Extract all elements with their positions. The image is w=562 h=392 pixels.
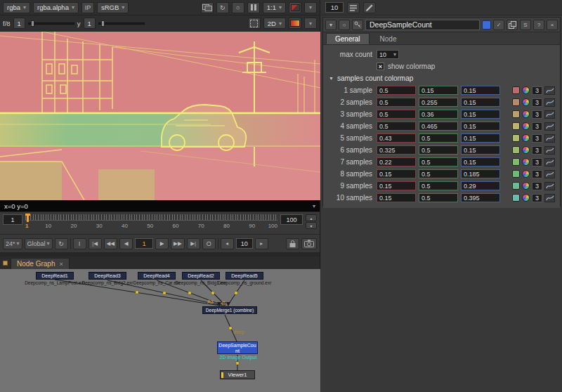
edit-mode-button[interactable] [363,2,376,13]
zoom-dropdown[interactable]: 1:1 ▾ [263,2,286,13]
b-field[interactable]: 0.15 [461,145,500,155]
gamma-field[interactable]: 1 [84,18,96,29]
node-deepread4[interactable]: DeepRead4 [138,272,176,280]
animation-menu-button[interactable] [544,170,555,178]
panel-menu-button[interactable]: ▾ [325,20,336,30]
channel-count-field[interactable]: 3 [532,134,542,143]
r-field[interactable]: 0.15 [377,169,416,178]
animation-menu-button[interactable] [544,110,555,119]
color-swatch[interactable] [512,194,520,202]
goto-end-button[interactable]: ▶| [187,238,200,249]
color-wheel-icon[interactable] [522,146,530,154]
r-field[interactable]: 0.5 [377,98,416,107]
prev-frame-button[interactable]: ◀ [119,238,133,249]
r-field[interactable]: 0.5 [377,122,416,131]
channel-count-field[interactable]: 3 [532,170,542,178]
g-field[interactable]: 0.36 [419,110,458,119]
playhead[interactable] [27,214,29,222]
loop-mode-button[interactable]: ↻ [55,238,68,249]
proxy-toggle-icon[interactable]: ○ [232,2,244,13]
b-field[interactable]: 0.15 [461,86,500,95]
r-field[interactable]: 0.5 [377,110,416,119]
color-swatch[interactable] [512,98,520,106]
animation-menu-button[interactable] [544,182,555,190]
pane-menu-grip[interactable] [3,261,8,266]
playback-range-field[interactable]: 10 [236,238,253,249]
range-step-left-button[interactable]: ◂ [221,238,234,249]
g-field[interactable]: 0.255 [419,98,458,107]
color-wheel-icon[interactable] [522,158,530,166]
channel-count-field[interactable]: 3 [532,146,542,155]
next-keyframe-button[interactable]: ▶▶ [171,238,185,249]
channel-count-field[interactable]: 3 [532,158,542,166]
channel-count-field[interactable]: 3 [532,194,542,202]
node-deepread1[interactable]: DeepRead1 [36,272,74,280]
colormap-group-header[interactable]: ▼ samples count colormap [326,72,557,84]
monitor-output-icon[interactable] [201,2,214,13]
view-mode-dropdown[interactable]: 2D ▾ [263,18,286,29]
channel-count-field[interactable]: 3 [532,86,542,95]
flipbook-button[interactable] [301,238,317,249]
toolbar-menu-button[interactable]: ▾ [304,18,317,29]
r-field[interactable]: 0.325 [377,145,416,155]
refresh-icon[interactable]: ↻ [216,2,229,13]
g-field[interactable]: 0.465 [419,122,458,131]
node-deepmerge1[interactable]: DeepMerge1 (combine) [202,306,257,314]
color-wheel-icon[interactable] [522,170,530,178]
animation-menu-button[interactable] [544,86,555,95]
node-deepread3[interactable]: DeepRead3 [89,272,126,280]
lut-button[interactable] [289,18,301,29]
color-wheel-icon[interactable] [522,122,530,130]
gamma-slider[interactable] [98,22,145,25]
r-field[interactable]: 0.43 [377,133,416,143]
g-field[interactable]: 0.15 [419,86,458,95]
gain-slider[interactable] [28,22,74,25]
input-process-button[interactable]: IP [81,2,94,13]
r-field[interactable]: 0.15 [377,193,416,202]
chevron-down-icon[interactable]: ▾ [313,203,315,209]
script-button[interactable]: S [520,20,531,30]
zoom-in-icon[interactable]: ▴ [306,214,317,221]
channel-count-field[interactable]: 3 [532,110,542,119]
color-swatch[interactable] [512,122,520,130]
range-start-field[interactable]: 1 [3,214,22,225]
node-deepread2[interactable]: DeepRead2 [182,272,220,280]
color-swatch[interactable] [512,86,520,94]
g-field[interactable]: 0.5 [419,145,458,155]
r-field[interactable]: 0.22 [377,157,416,166]
animation-menu-button[interactable] [544,134,555,143]
pin-panel-button[interactable] [352,20,363,30]
r-field[interactable]: 0.5 [377,86,416,95]
channel-dropdown[interactable]: rgba.alpha ▾ [33,2,79,13]
color-swatch[interactable] [512,170,520,178]
set-out-button[interactable]: O [202,238,216,249]
close-icon[interactable]: × [59,261,63,268]
tab-node[interactable]: Node [371,33,406,44]
max-count-dropdown[interactable]: 10 ▾ [377,50,399,59]
g-field[interactable]: 0.5 [419,181,458,190]
lock-range-button[interactable] [286,238,299,249]
pause-button[interactable] [247,2,260,13]
b-field[interactable]: 0.15 [461,122,500,131]
node-color-swatch[interactable] [482,20,491,30]
goto-start-button[interactable]: |◀ [89,238,102,249]
set-in-button[interactable]: I [73,238,86,249]
color-wheel-icon[interactable] [522,110,530,118]
animation-menu-button[interactable] [544,146,555,155]
frame-range-mode-dropdown[interactable]: Global ▾ [25,238,53,249]
timeline-track[interactable]: 1 10 20 30 40 50 60 70 80 90 100 [25,214,277,233]
fps-dropdown[interactable]: 24* ▾ [3,238,22,249]
color-wheel-icon[interactable] [522,194,530,202]
node-deepread5[interactable]: DeepRead5 [226,272,263,280]
roi-button[interactable] [289,2,301,13]
g-field[interactable]: 0.5 [419,169,458,178]
node-graph[interactable]: DeepRead1 DeepRead3 DeepRead4 DeepRead2 … [0,269,320,392]
animation-menu-button[interactable] [544,98,555,107]
channel-count-field[interactable]: 3 [532,182,542,190]
close-panel-button[interactable]: × [547,20,558,30]
float-panel-button[interactable] [507,20,518,30]
b-field[interactable]: 0.29 [461,181,500,190]
animation-menu-button[interactable] [544,158,555,166]
color-swatch[interactable] [512,134,520,142]
b-field[interactable]: 0.185 [461,169,500,178]
